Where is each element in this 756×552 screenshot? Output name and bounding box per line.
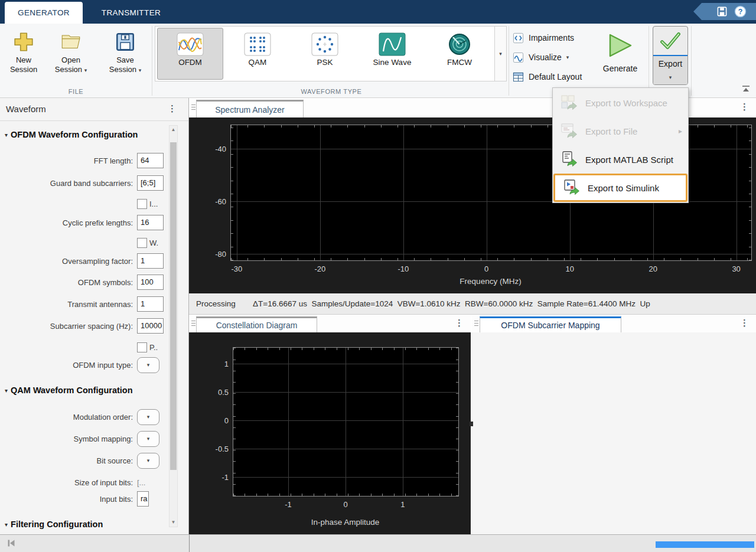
x-tick-label: 30	[732, 264, 740, 273]
modulation-order-dropdown[interactable]: ▾	[137, 409, 159, 425]
export-button[interactable]: Export ▾	[653, 26, 688, 85]
panel-grip-icon[interactable]	[474, 321, 478, 326]
field-label: Subcarrier spacing (Hz):	[0, 322, 137, 331]
panel-menu-icon[interactable]: ⋮	[740, 102, 749, 111]
x-tick-label: 0	[343, 500, 347, 509]
tab-constellation-diagram[interactable]: Constellation Diagram	[196, 316, 317, 332]
form-row: I...	[0, 195, 164, 212]
collapse-panel-icon[interactable]	[6, 538, 17, 548]
form-row: Size of input bits:[...	[0, 474, 164, 491]
subcarrier-spacing-hz-input[interactable]: 10000	[137, 318, 164, 334]
export-simulink-icon	[562, 179, 580, 197]
panel-menu-icon[interactable]: ⋮	[168, 104, 177, 113]
waveform-tile-psk[interactable]: PSK	[292, 28, 358, 80]
save-session-button[interactable]: Save Session ▾	[99, 27, 151, 94]
chevron-down-icon: ▾	[147, 362, 150, 368]
collapse-ribbon-icon[interactable]	[741, 85, 751, 93]
transmit-antennas-input[interactable]: 1	[137, 296, 164, 312]
gridline-vertical	[237, 125, 237, 260]
impairments-button[interactable]: Impairments	[513, 31, 574, 45]
panel-menu-icon[interactable]: ⋮	[740, 318, 749, 327]
titlebar: ? GENERATORTRANSMITTER	[0, 0, 756, 24]
plus-icon	[12, 31, 35, 53]
waveform-tile-ofdm[interactable]: OFDM	[157, 28, 223, 80]
tab-spectrum-analyzer[interactable]: Spectrum Analyzer	[196, 100, 304, 117]
qam-icon	[244, 32, 271, 56]
waveform-panel-form: ▾ OFDM Waveform ConfigurationFFT length:…	[0, 120, 188, 534]
help-icon[interactable]: ?	[734, 5, 747, 18]
minor-ticks	[456, 348, 458, 496]
ofdm-symbols-input[interactable]: 100	[137, 275, 164, 290]
status-state: Processing	[196, 299, 253, 308]
y-tick-label: 0	[224, 416, 229, 425]
generate-button[interactable]: Generate	[593, 27, 647, 93]
scroll-down-icon[interactable]: ▼	[170, 518, 177, 527]
export-script-icon	[560, 151, 578, 168]
app-tab-generator[interactable]: GENERATOR	[5, 2, 83, 24]
save-icon[interactable]	[716, 6, 728, 17]
field-label: Transmit antennas:	[0, 300, 137, 309]
gridline-vertical	[403, 348, 403, 496]
chevron-down-icon: ▾	[669, 74, 672, 80]
gridline-vertical	[403, 125, 404, 260]
gridline-vertical	[737, 125, 737, 260]
symbol-mapping-dropdown[interactable]: ▾	[137, 431, 159, 447]
section-qam-waveform-configuration[interactable]: ▾ QAM Waveform Configuration	[5, 384, 133, 396]
menu-item-export-matlab-script[interactable]: Export MATLAB Script	[553, 145, 688, 174]
checkbox-label: W.	[149, 239, 158, 247]
menu-item-export-to-file[interactable]: Export to File ▸	[553, 117, 688, 145]
menu-item-export-to-workspace[interactable]: Export to Workspace	[553, 89, 688, 117]
panel-grip-icon[interactable]	[191, 104, 195, 110]
section-filtering-configuration[interactable]: ▾ Filtering Configuration	[5, 518, 103, 530]
horizontal-scrollbar-thumb[interactable]	[656, 541, 754, 548]
form-row: P..	[0, 339, 164, 355]
checkbox-i[interactable]	[137, 199, 147, 209]
app-tab-transmitter[interactable]: TRANSMITTER	[87, 2, 175, 24]
open-session-button[interactable]: Open Session ▾	[45, 27, 97, 94]
tab-ofdm-subcarrier-mapping[interactable]: OFDM Subcarrier Mapping	[480, 316, 621, 332]
waveform-tile-fmcw[interactable]: FMCW	[426, 28, 493, 80]
mapping-tabstrip: OFDM Subcarrier Mapping ⋮	[472, 315, 756, 332]
checkbox-p[interactable]	[137, 342, 147, 352]
guard-band-subcarriers-input[interactable]: [6;5]	[137, 175, 164, 191]
gallery-dropdown-button[interactable]: ▾	[495, 26, 507, 81]
cyclic-prefix-lengths-input[interactable]: 16	[137, 215, 164, 230]
checkbox-w[interactable]	[137, 238, 147, 248]
panel-grip-icon[interactable]	[191, 321, 195, 326]
splitter-handle[interactable]	[470, 422, 473, 426]
form-row: Symbol mapping:▾	[0, 430, 164, 447]
waveform-panel-title: Waveform	[6, 104, 46, 114]
gridline-horizontal	[233, 477, 458, 478]
section-ofdm-waveform-configuration[interactable]: ▾ OFDM Waveform Configuration	[5, 129, 138, 141]
form-row: Guard band subcarriers:[6;5]	[0, 175, 164, 191]
constellation-tabstrip: Constellation Diagram ⋮	[189, 315, 471, 332]
export-workspace-icon	[560, 94, 578, 112]
field-label: Cyclic prefix lengths:	[0, 218, 137, 227]
default-layout-button[interactable]: Default Layout	[513, 70, 582, 84]
input-bits-input[interactable]: ra	[137, 491, 149, 507]
panel-menu-icon[interactable]: ⋮	[455, 318, 464, 327]
scroll-up-icon[interactable]: ▲	[170, 126, 177, 134]
ofdm-input-type-dropdown[interactable]: ▾	[137, 357, 159, 373]
oversampling-factor-input[interactable]: 1	[137, 253, 164, 269]
vertical-scrollbar[interactable]: ▲ ▼	[169, 125, 178, 527]
new-session-button[interactable]: New Session	[5, 27, 43, 94]
form-row: W.	[0, 234, 164, 251]
bit-source-dropdown[interactable]: ▾	[137, 453, 159, 469]
scrollbar-thumb[interactable]	[170, 142, 177, 470]
visualize-button[interactable]: Visualize ▾	[513, 50, 569, 64]
collapse-triangle-icon: ▾	[5, 387, 8, 394]
field-label: Input bits:	[0, 495, 137, 504]
field-label: Guard band subcarriers:	[0, 179, 137, 188]
checkbox-label: I...	[149, 200, 158, 208]
x-tick-label: 0	[484, 264, 488, 273]
form-row: Modulation order:▾	[0, 409, 164, 425]
collapse-triangle-icon: ▾	[5, 521, 8, 528]
waveform-tile-sine-wave[interactable]: Sine Wave	[359, 28, 425, 80]
fft-length-input[interactable]: 64	[137, 153, 164, 168]
waveform-panel: Waveform ⋮ ▾ OFDM Waveform Configuration…	[0, 98, 189, 534]
menu-item-export-to-simulink[interactable]: Export to Simulink	[553, 174, 687, 202]
field-label: Modulation order:	[0, 413, 137, 422]
waveform-tile-qam[interactable]: QAM	[224, 28, 291, 80]
gridline-vertical	[487, 125, 487, 260]
